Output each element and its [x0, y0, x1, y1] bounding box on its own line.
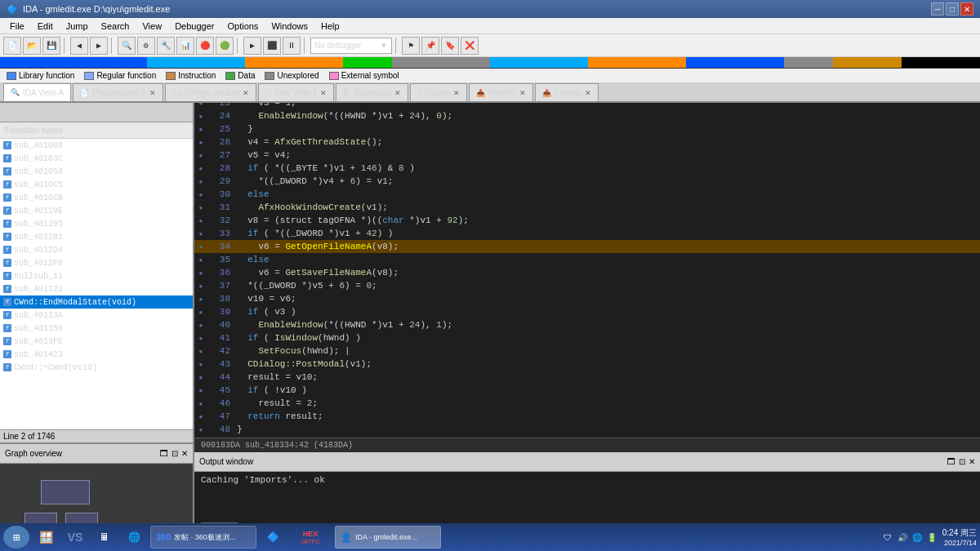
function-list-item[interactable]: fCWnd::EndModalState(void) — [0, 295, 193, 309]
line-dot: ● — [194, 322, 207, 329]
code-content[interactable]: ●18 v3 = 0;●19 *((_DWORD *)v1 + 24) = su… — [194, 103, 980, 438]
menu-file[interactable]: File — [3, 18, 31, 33]
start-icon: ⊞ — [13, 531, 20, 544]
taskbar-app-browser[interactable]: 🌐 — [121, 526, 147, 549]
toolbar-btn4[interactable]: ⚙ — [137, 37, 155, 55]
code-line: ●42 SetFocus(hWnd); | — [194, 344, 980, 358]
function-list-item[interactable]: fsub_40103C — [0, 152, 193, 165]
taskbar-app-ida-main[interactable]: 👤 IDA - gmledit.exe... — [335, 526, 441, 549]
code-line: ●24 EnableWindow(*((HWND *)v1 + 24), 0); — [194, 109, 980, 122]
functions-panel-icon1[interactable]: 🗖 — [160, 108, 168, 117]
close-button[interactable]: ✕ — [960, 2, 973, 16]
menu-help[interactable]: Help — [314, 18, 346, 33]
function-list-item[interactable]: fsub_4010C5 — [0, 178, 193, 191]
tab-pseudocode[interactable]: 📄 Pseudocode-A ✕ — [73, 83, 163, 101]
graph-header-icons: 🗖 ⊡ ✕ — [160, 449, 188, 458]
function-list-item[interactable]: fsub_4012B1 — [0, 230, 193, 243]
function-list-item[interactable]: fsub_401322 — [0, 282, 193, 295]
toolbar-run[interactable]: ▶ — [243, 37, 261, 55]
maximize-button[interactable]: □ — [946, 2, 959, 16]
tab-strings-close[interactable]: ✕ — [243, 89, 249, 97]
toolbar-fwd[interactable]: ▶ — [90, 37, 108, 55]
function-list-item[interactable]: fsub_40133A — [0, 309, 193, 322]
line-code: v10 = v6; — [237, 294, 980, 304]
tab-hex[interactable]: ⬡ Hex View-1 ✕ — [258, 83, 334, 101]
function-list-item[interactable]: fnullsub_11 — [0, 269, 193, 282]
function-list-item[interactable]: fsub_4013FE — [0, 335, 193, 348]
tab-enums-close[interactable]: ✕ — [453, 89, 460, 97]
tab-imports[interactable]: 📥 Imports ✕ — [469, 83, 532, 101]
taskbar-app-calc[interactable]: 🖩 — [91, 526, 118, 549]
taskbar-app-360[interactable]: 360 发帖 · 360极速浏... — [150, 526, 256, 549]
menu-windows[interactable]: Windows — [265, 18, 314, 33]
taskbar-app-window[interactable]: 🪟 — [33, 526, 59, 549]
graph-close[interactable]: ✕ — [181, 449, 188, 458]
toolbar-btn8[interactable]: 🟢 — [216, 37, 234, 55]
toolbar-sep4 — [304, 38, 307, 54]
menu-debugger[interactable]: Debugger — [168, 18, 220, 33]
toolbar-btn10[interactable]: 📌 — [421, 37, 439, 55]
toolbar-pause[interactable]: ⏸ — [283, 37, 301, 55]
tab-strings[interactable]: Aa Strings window ✕ — [165, 83, 256, 101]
function-list-item[interactable]: fsub_401000 — [0, 139, 193, 152]
menu-edit[interactable]: Edit — [31, 18, 60, 33]
taskbar-app-hex[interactable]: HEX JATFC — [289, 526, 332, 549]
toolbar-btn6[interactable]: 📊 — [176, 37, 194, 55]
tab-pseudocode-close[interactable]: ✕ — [149, 89, 156, 97]
taskbar-ida-label: IDA - gmledit.exe... — [355, 533, 417, 541]
tab-structures[interactable]: 🏗 Structures ✕ — [336, 83, 408, 101]
menu-options[interactable]: Options — [220, 18, 265, 33]
function-icon: f — [3, 324, 11, 332]
line-dot: ● — [194, 387, 207, 394]
toolbar-btn12[interactable]: ❌ — [461, 37, 479, 55]
toolbar-btn7[interactable]: 🔴 — [196, 37, 214, 55]
output-close[interactable]: ✕ — [969, 457, 975, 466]
function-list-item[interactable]: fsub_4012F6 — [0, 256, 193, 269]
tab-structures-close[interactable]: ✕ — [394, 89, 401, 97]
output-icon1[interactable]: 🗖 — [947, 457, 956, 466]
tab-exports[interactable]: 📤 Exports ✕ — [535, 83, 599, 101]
tab-ida-view[interactable]: 🔍 IDA View-A — [3, 83, 71, 101]
minimize-button[interactable]: ─ — [931, 2, 944, 16]
toolbar-save[interactable]: 💾 — [42, 37, 60, 55]
taskbar-app-vs[interactable]: VS — [62, 526, 88, 549]
line-number: 31 — [207, 202, 237, 212]
tab-imports-close[interactable]: ✕ — [519, 89, 526, 97]
functions-panel-close[interactable]: ✕ — [181, 108, 188, 117]
line-number: 27 — [207, 150, 237, 160]
function-list-item[interactable]: fsub_40119E — [0, 204, 193, 217]
line-number: 43 — [207, 359, 237, 369]
tab-exports-close[interactable]: ✕ — [585, 89, 591, 97]
function-list-item[interactable]: fsub_401423 — [0, 348, 193, 361]
menu-jump[interactable]: Jump — [60, 18, 95, 33]
toolbar-stop[interactable]: ⬛ — [263, 37, 281, 55]
function-list-item[interactable]: fsub_401295 — [0, 217, 193, 230]
functions-list[interactable]: fsub_401000fsub_40103Cfsub_401058fsub_40… — [0, 139, 193, 429]
start-button[interactable]: ⊞ — [3, 526, 29, 549]
graph-icon2[interactable]: ⊡ — [172, 449, 178, 458]
toolbar-new[interactable]: 📄 — [3, 37, 21, 55]
toolbar-btn9[interactable]: ⚑ — [402, 37, 420, 55]
function-list-item[interactable]: fsub_401058 — [0, 165, 193, 178]
taskbar-app-ida-small[interactable]: 🔷 — [260, 526, 286, 549]
toolbar-btn11[interactable]: 🔖 — [441, 37, 459, 55]
titlebar-left: 🔷 IDA - gmledit.exe D:\qiyu\gmledit.exe — [7, 4, 170, 15]
toolbar-btn5[interactable]: 🔧 — [157, 37, 175, 55]
graph-icon1[interactable]: 🗖 — [160, 449, 168, 458]
function-list-item[interactable]: fsub_401356 — [0, 322, 193, 335]
function-list-item[interactable]: fsub_4010CB — [0, 191, 193, 204]
tab-hex-close[interactable]: ✕ — [320, 89, 327, 97]
toolbar-btn3[interactable]: 🔍 — [118, 37, 136, 55]
output-icon2[interactable]: ⊡ — [959, 457, 965, 466]
debugger-dropdown[interactable]: No debugger ▼ — [310, 38, 392, 54]
menu-search[interactable]: Search — [95, 18, 136, 33]
toolbar-back[interactable]: ◀ — [70, 37, 88, 55]
toolbar-open[interactable]: 📂 — [23, 37, 41, 55]
menu-view[interactable]: View — [136, 18, 168, 33]
function-list-item[interactable]: fCWnd::~CWnd(void) — [0, 361, 193, 374]
function-name: sub_4012F6 — [14, 259, 63, 268]
line-code: v8 = (struct tagOFNA *)((char *)v1 + 92)… — [237, 216, 980, 225]
function-list-item[interactable]: fsub_4012DA — [0, 243, 193, 256]
functions-panel-icon2[interactable]: ⊡ — [172, 108, 178, 117]
tab-enums[interactable]: ≡ Enums ✕ — [410, 83, 467, 101]
